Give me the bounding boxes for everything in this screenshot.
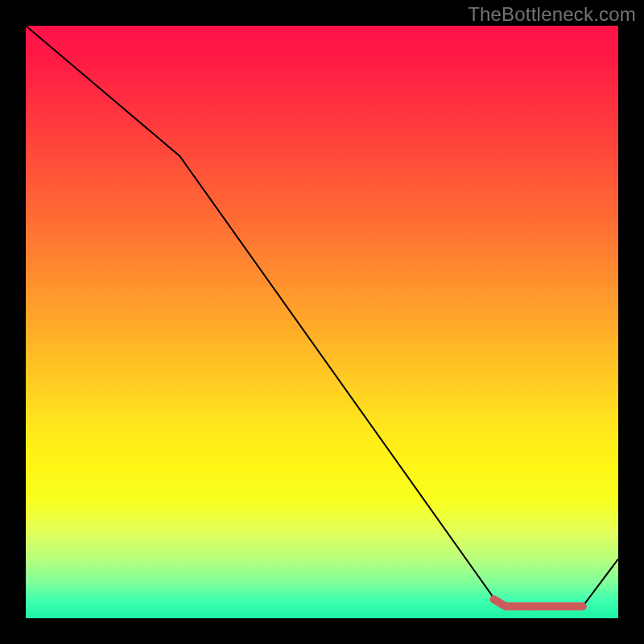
watermark-text: TheBottleneck.com: [468, 3, 636, 26]
chart-stage: TheBottleneck.com: [0, 0, 644, 644]
highlight-band-path: [493, 599, 582, 606]
chart-lines: [26, 26, 618, 618]
plot-area: [26, 26, 618, 618]
main-line-path: [26, 26, 618, 606]
series-highlight-band: [493, 599, 582, 606]
series-main-line: [26, 26, 618, 606]
